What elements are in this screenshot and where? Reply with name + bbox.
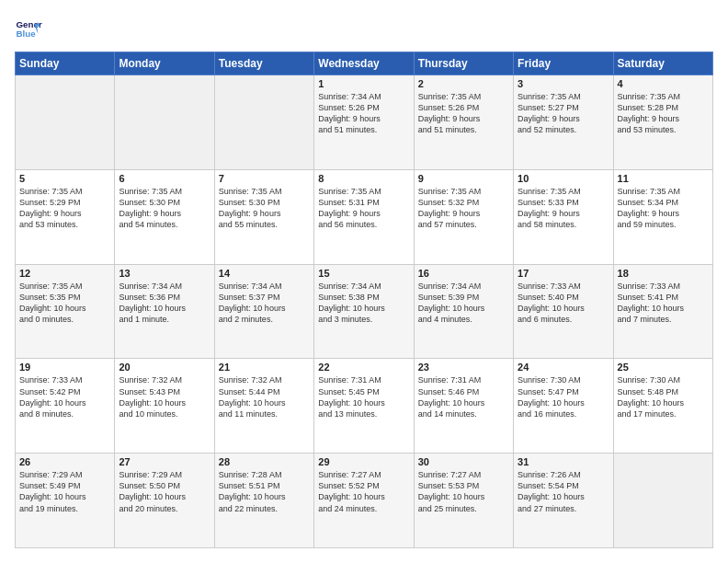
day-number: 9 — [418, 173, 509, 184]
day-number: 4 — [618, 78, 709, 89]
calendar-cell: 14Sunrise: 7:34 AM Sunset: 5:37 PM Dayli… — [214, 264, 313, 359]
calendar-cell: 24Sunrise: 7:30 AM Sunset: 5:47 PM Dayli… — [514, 359, 613, 454]
weekday-header-tuesday: Tuesday — [214, 52, 313, 75]
day-number: 20 — [119, 362, 210, 373]
calendar-cell — [16, 75, 115, 170]
day-info: Sunrise: 7:35 AM Sunset: 5:34 PM Dayligh… — [618, 186, 709, 231]
calendar-cell — [214, 75, 313, 170]
calendar-cell: 20Sunrise: 7:32 AM Sunset: 5:43 PM Dayli… — [115, 359, 214, 454]
day-number: 23 — [418, 362, 509, 373]
day-number: 5 — [19, 173, 110, 184]
calendar-cell — [613, 454, 712, 548]
day-info: Sunrise: 7:35 AM Sunset: 5:32 PM Dayligh… — [418, 186, 509, 231]
day-info: Sunrise: 7:34 AM Sunset: 5:39 PM Dayligh… — [418, 281, 509, 326]
day-number: 12 — [19, 268, 110, 279]
day-info: Sunrise: 7:34 AM Sunset: 5:38 PM Dayligh… — [318, 281, 409, 326]
day-number: 1 — [318, 78, 409, 89]
calendar-cell: 2Sunrise: 7:35 AM Sunset: 5:26 PM Daylig… — [414, 75, 513, 170]
day-number: 3 — [518, 78, 609, 89]
day-number: 8 — [318, 173, 409, 184]
calendar-cell: 5Sunrise: 7:35 AM Sunset: 5:29 PM Daylig… — [16, 169, 115, 264]
day-number: 2 — [418, 78, 509, 89]
header: General Blue — [15, 15, 713, 42]
day-number: 18 — [618, 268, 709, 279]
calendar-cell: 9Sunrise: 7:35 AM Sunset: 5:32 PM Daylig… — [414, 169, 513, 264]
day-info: Sunrise: 7:35 AM Sunset: 5:27 PM Dayligh… — [518, 91, 609, 136]
calendar-cell: 15Sunrise: 7:34 AM Sunset: 5:38 PM Dayli… — [314, 264, 414, 359]
calendar-cell: 30Sunrise: 7:27 AM Sunset: 5:53 PM Dayli… — [414, 454, 513, 548]
calendar: SundayMondayTuesdayWednesdayThursdayFrid… — [15, 52, 713, 548]
calendar-cell: 11Sunrise: 7:35 AM Sunset: 5:34 PM Dayli… — [613, 169, 712, 264]
day-info: Sunrise: 7:32 AM Sunset: 5:43 PM Dayligh… — [119, 374, 210, 419]
day-number: 7 — [219, 173, 310, 184]
day-number: 13 — [119, 268, 210, 279]
day-number: 29 — [318, 456, 409, 467]
day-info: Sunrise: 7:35 AM Sunset: 5:30 PM Dayligh… — [119, 186, 210, 231]
day-info: Sunrise: 7:32 AM Sunset: 5:44 PM Dayligh… — [219, 374, 310, 419]
day-info: Sunrise: 7:35 AM Sunset: 5:30 PM Dayligh… — [219, 186, 310, 231]
day-number: 28 — [219, 456, 310, 467]
weekday-header-thursday: Thursday — [414, 52, 513, 75]
calendar-cell: 17Sunrise: 7:33 AM Sunset: 5:40 PM Dayli… — [514, 264, 613, 359]
calendar-cell: 13Sunrise: 7:34 AM Sunset: 5:36 PM Dayli… — [115, 264, 214, 359]
weekday-header-sunday: Sunday — [16, 52, 115, 75]
calendar-cell: 22Sunrise: 7:31 AM Sunset: 5:45 PM Dayli… — [314, 359, 414, 454]
weekday-header-saturday: Saturday — [613, 52, 712, 75]
calendar-cell: 26Sunrise: 7:29 AM Sunset: 5:49 PM Dayli… — [16, 454, 115, 548]
day-info: Sunrise: 7:34 AM Sunset: 5:37 PM Dayligh… — [219, 281, 310, 326]
day-number: 6 — [119, 173, 210, 184]
day-number: 22 — [318, 362, 409, 373]
day-info: Sunrise: 7:33 AM Sunset: 5:41 PM Dayligh… — [618, 281, 709, 326]
svg-text:Blue: Blue — [17, 29, 37, 39]
day-number: 10 — [518, 173, 609, 184]
day-info: Sunrise: 7:35 AM Sunset: 5:31 PM Dayligh… — [318, 186, 409, 231]
week-row-4: 19Sunrise: 7:33 AM Sunset: 5:42 PM Dayli… — [16, 359, 713, 454]
calendar-cell: 12Sunrise: 7:35 AM Sunset: 5:35 PM Dayli… — [16, 264, 115, 359]
day-number: 11 — [618, 173, 709, 184]
day-info: Sunrise: 7:27 AM Sunset: 5:53 PM Dayligh… — [418, 469, 509, 514]
calendar-cell — [115, 75, 214, 170]
day-info: Sunrise: 7:30 AM Sunset: 5:47 PM Dayligh… — [518, 374, 609, 419]
day-number: 26 — [19, 456, 110, 467]
day-number: 14 — [219, 268, 310, 279]
day-number: 25 — [618, 362, 709, 373]
page: General Blue SundayMondayTuesdayWednesda… — [0, 0, 728, 563]
calendar-cell: 23Sunrise: 7:31 AM Sunset: 5:46 PM Dayli… — [414, 359, 513, 454]
day-info: Sunrise: 7:27 AM Sunset: 5:52 PM Dayligh… — [318, 469, 409, 514]
day-number: 30 — [418, 456, 509, 467]
week-row-3: 12Sunrise: 7:35 AM Sunset: 5:35 PM Dayli… — [16, 264, 713, 359]
day-info: Sunrise: 7:28 AM Sunset: 5:51 PM Dayligh… — [219, 469, 310, 514]
calendar-cell: 27Sunrise: 7:29 AM Sunset: 5:50 PM Dayli… — [115, 454, 214, 548]
day-info: Sunrise: 7:30 AM Sunset: 5:48 PM Dayligh… — [618, 374, 709, 419]
day-info: Sunrise: 7:34 AM Sunset: 5:26 PM Dayligh… — [318, 91, 409, 136]
calendar-cell: 4Sunrise: 7:35 AM Sunset: 5:28 PM Daylig… — [613, 75, 712, 170]
day-number: 15 — [318, 268, 409, 279]
day-info: Sunrise: 7:31 AM Sunset: 5:46 PM Dayligh… — [418, 374, 509, 419]
calendar-cell: 16Sunrise: 7:34 AM Sunset: 5:39 PM Dayli… — [414, 264, 513, 359]
calendar-cell: 25Sunrise: 7:30 AM Sunset: 5:48 PM Dayli… — [613, 359, 712, 454]
calendar-cell: 19Sunrise: 7:33 AM Sunset: 5:42 PM Dayli… — [16, 359, 115, 454]
day-info: Sunrise: 7:29 AM Sunset: 5:49 PM Dayligh… — [19, 469, 110, 514]
day-info: Sunrise: 7:31 AM Sunset: 5:45 PM Dayligh… — [318, 374, 409, 419]
calendar-cell: 1Sunrise: 7:34 AM Sunset: 5:26 PM Daylig… — [314, 75, 414, 170]
day-info: Sunrise: 7:35 AM Sunset: 5:29 PM Dayligh… — [19, 186, 110, 231]
day-number: 17 — [518, 268, 609, 279]
logo: General Blue — [15, 15, 42, 42]
calendar-cell: 28Sunrise: 7:28 AM Sunset: 5:51 PM Dayli… — [214, 454, 313, 548]
day-info: Sunrise: 7:34 AM Sunset: 5:36 PM Dayligh… — [119, 281, 210, 326]
day-number: 24 — [518, 362, 609, 373]
logo-icon: General Blue — [15, 15, 42, 42]
calendar-cell: 29Sunrise: 7:27 AM Sunset: 5:52 PM Dayli… — [314, 454, 414, 548]
weekday-header-wednesday: Wednesday — [314, 52, 414, 75]
calendar-cell: 31Sunrise: 7:26 AM Sunset: 5:54 PM Dayli… — [514, 454, 613, 548]
weekday-header-row: SundayMondayTuesdayWednesdayThursdayFrid… — [16, 52, 713, 75]
day-number: 31 — [518, 456, 609, 467]
day-number: 19 — [19, 362, 110, 373]
calendar-cell: 7Sunrise: 7:35 AM Sunset: 5:30 PM Daylig… — [214, 169, 313, 264]
calendar-cell: 6Sunrise: 7:35 AM Sunset: 5:30 PM Daylig… — [115, 169, 214, 264]
day-info: Sunrise: 7:35 AM Sunset: 5:33 PM Dayligh… — [518, 186, 609, 231]
calendar-cell: 3Sunrise: 7:35 AM Sunset: 5:27 PM Daylig… — [514, 75, 613, 170]
day-number: 21 — [219, 362, 310, 373]
weekday-header-friday: Friday — [514, 52, 613, 75]
day-info: Sunrise: 7:33 AM Sunset: 5:42 PM Dayligh… — [19, 374, 110, 419]
